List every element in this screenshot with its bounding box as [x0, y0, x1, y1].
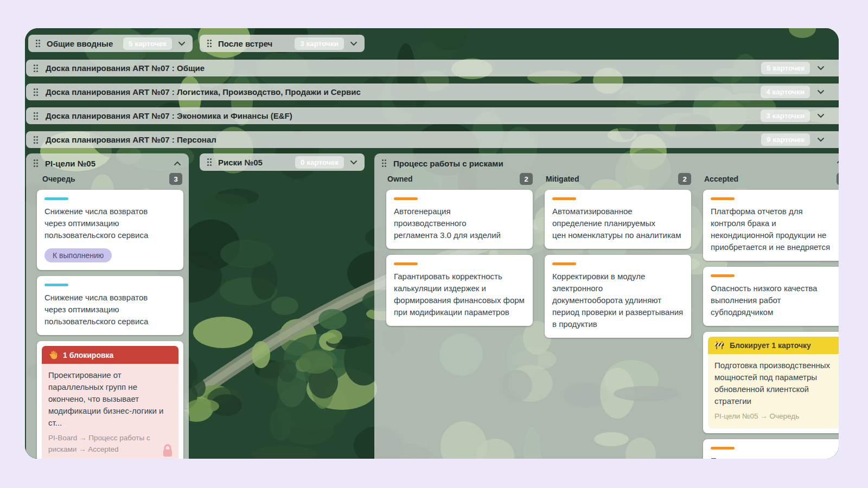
- card-type-accent: [44, 197, 68, 200]
- card-type-accent: [711, 197, 735, 200]
- lane-title: Процесс работы с рисками: [393, 159, 503, 168]
- subcolumn-count-badge: 2: [678, 173, 691, 185]
- chevron-down-icon[interactable]: [817, 113, 825, 118]
- row-title: Доска планирования ART №07 : Общие: [46, 63, 205, 73]
- subcolumn-header-ochered: Очередь 3: [26, 171, 189, 189]
- chevron-down-icon[interactable]: [817, 66, 825, 70]
- card-type-accent: [394, 197, 418, 200]
- subcolumn-header-owned: Owned 2: [386, 171, 533, 190]
- drag-handle-icon[interactable]: [207, 158, 212, 166]
- card-title: Автогенерация производственного регламен…: [394, 206, 525, 241]
- process-columns: Owned 2 Автогенерация производственного …: [374, 171, 839, 459]
- card-list: Снижение числа возвратов через оптимизац…: [26, 189, 189, 459]
- card-count-badge: 9 карточек: [761, 133, 810, 146]
- subcolumn-header-accepted: Accepted 4: [703, 171, 839, 190]
- card-garantirovat[interactable]: Гарантировать корректность калькуляции и…: [386, 255, 533, 326]
- blocker-banner: Блокирует 1 карточку: [708, 337, 839, 354]
- card-title: Гарантировать корректность калькуляции и…: [394, 271, 525, 318]
- drag-handle-icon[interactable]: [381, 159, 387, 168]
- kanban-board: Общие вводные 5 карточек После встреч 3 …: [25, 28, 839, 459]
- blocker-banner: 1 блокировка: [42, 346, 178, 364]
- card-type-accent: [711, 274, 735, 277]
- drag-handle-icon[interactable]: [33, 88, 39, 97]
- board-row-logistika[interactable]: Доска планирования ART №07 : Логистика, …: [26, 84, 839, 100]
- card-parent-link[interactable]: PI-цели №05 → Очередь: [714, 410, 838, 422]
- drag-handle-icon[interactable]: [33, 112, 39, 120]
- chevron-up-icon[interactable]: [837, 159, 839, 164]
- chevron-down-icon[interactable]: [350, 41, 358, 46]
- column-title: После встреч: [218, 39, 272, 48]
- card-avtogeneraciya[interactable]: Автогенерация производственного регламен…: [386, 190, 533, 249]
- column-mitigated: Mitigated 2 Автоматизированное определен…: [533, 171, 691, 459]
- card-count-badge: 3 карточки: [761, 110, 810, 122]
- card-korrektirovki[interactable]: Корректировки в модуле электронного доку…: [545, 255, 691, 338]
- card-avtomatizirovannoe[interactable]: Автоматизированное определение планируем…: [545, 190, 691, 249]
- column-accepted: Accepted 4 Платформа отчетов для контрол…: [691, 171, 839, 459]
- lane-pi-header[interactable]: PI-цели №05: [26, 153, 189, 171]
- subcolumn-title: Accepted: [704, 175, 738, 183]
- card-title: Снижение числа возвратов через оптимизац…: [44, 206, 176, 241]
- card-count-badge: 3 карточки: [295, 37, 344, 50]
- column-title: Общие вводные: [47, 39, 113, 48]
- card-type-accent: [552, 262, 576, 265]
- card-blocker-podgotovka[interactable]: Блокирует 1 карточку Подготовка производ…: [703, 332, 839, 433]
- card-title: Подготовка производственных мощностей по…: [714, 359, 838, 407]
- chevron-down-icon[interactable]: [350, 160, 358, 165]
- subcolumn-title: Owned: [387, 175, 413, 183]
- lane-pi-goals: PI-цели №05 Очередь 3 Снижение числа воз…: [26, 153, 189, 459]
- card-type-accent: [711, 447, 735, 450]
- card-parent-link[interactable]: PI-Board → Процесс работы с рисками → Ac…: [48, 432, 172, 455]
- card-title: Корректировки в модуле электронного доку…: [552, 271, 684, 330]
- card-count-badge: 4 карточки: [761, 86, 810, 98]
- blocker-label: Блокирует 1 карточку: [730, 341, 811, 350]
- card-proektirovanie-partial[interactable]: Проектирование от параллельных групп не …: [703, 439, 839, 459]
- construction-barrier-icon: [714, 341, 724, 350]
- card-title: Платформа отчетов для контроля брака и н…: [711, 206, 839, 253]
- drag-handle-icon[interactable]: [33, 159, 39, 168]
- card-platforma[interactable]: Платформа отчетов для контроля брака и н…: [703, 190, 839, 261]
- subcolumn-title: Очередь: [42, 175, 75, 183]
- drag-handle-icon[interactable]: [33, 64, 39, 73]
- card-title: Опасность низкого качества выполнения ра…: [711, 282, 839, 318]
- column-title: Риски №05: [218, 158, 263, 167]
- board-row-personal[interactable]: Доска планирования ART №07 : Персонал 9 …: [26, 131, 839, 148]
- card-snizhenie-2[interactable]: Снижение числа возвратов через оптимизац…: [37, 276, 183, 335]
- collapsed-column-posle-vstrech[interactable]: После встреч 3 карточки: [200, 35, 365, 52]
- board-row-obschie[interactable]: Доска планирования ART №07 : Общие 5 кар…: [26, 60, 839, 76]
- row-title: Доска планирования ART №07 : Логистика, …: [46, 87, 361, 97]
- lane-title: PI-цели №05: [45, 159, 95, 168]
- card-type-accent: [552, 197, 576, 200]
- board-row-ekonomika[interactable]: Доска планирования ART №07 : Экономика и…: [26, 107, 839, 124]
- chevron-down-icon[interactable]: [817, 89, 825, 94]
- card-snizhenie-1[interactable]: Снижение числа возвратов через оптимизац…: [37, 190, 183, 270]
- chevron-up-icon[interactable]: [174, 161, 181, 166]
- card-type-accent: [44, 284, 68, 286]
- card-title: Автоматизированное определение планируем…: [552, 206, 684, 241]
- chevron-down-icon[interactable]: [817, 137, 825, 142]
- subcolumn-count-badge: 3: [169, 173, 182, 185]
- chevron-down-icon[interactable]: [178, 41, 186, 46]
- card-list: Платформа отчетов для контроля брака и н…: [703, 190, 839, 459]
- card-count-badge: 5 карточек: [761, 62, 810, 74]
- lock-icon: [162, 444, 174, 458]
- card-title: Проектирование от параллельных групп не …: [48, 369, 172, 429]
- card-blocked-proektirovanie[interactable]: 1 блокировка Проектирование от параллель…: [37, 341, 183, 459]
- card-count-badge: 0 карточек: [295, 156, 344, 169]
- lane-risk-process: Процесс работы с рисками Owned 2 Автоген…: [374, 153, 839, 459]
- column-owned: Owned 2 Автогенерация производственного …: [374, 171, 533, 459]
- drag-handle-icon[interactable]: [35, 39, 41, 48]
- card-count-badge: 5 карточек: [123, 37, 172, 50]
- row-title: Доска планирования ART №07 : Экономика и…: [46, 111, 292, 120]
- drag-handle-icon[interactable]: [33, 136, 39, 144]
- lane-process-header[interactable]: Процесс работы с рисками: [374, 153, 839, 171]
- card-type-accent: [394, 262, 418, 265]
- collapsed-column-obschie-vvodnye[interactable]: Общие вводные 5 карточек: [28, 35, 193, 52]
- drag-handle-icon[interactable]: [207, 39, 212, 48]
- subcolumn-count-badge: 4: [837, 173, 839, 185]
- subcolumn-header-mitigated: Mitigated 2: [545, 171, 691, 190]
- card-opasnost[interactable]: Опасность низкого качества выполнения ра…: [703, 267, 839, 326]
- card-title: Проектирование от параллельных групп не …: [711, 455, 839, 459]
- raised-hand-icon: [48, 350, 58, 359]
- collapsed-column-riski[interactable]: Риски №05 0 карточек: [200, 153, 365, 171]
- card-list: Автогенерация производственного регламен…: [386, 190, 533, 326]
